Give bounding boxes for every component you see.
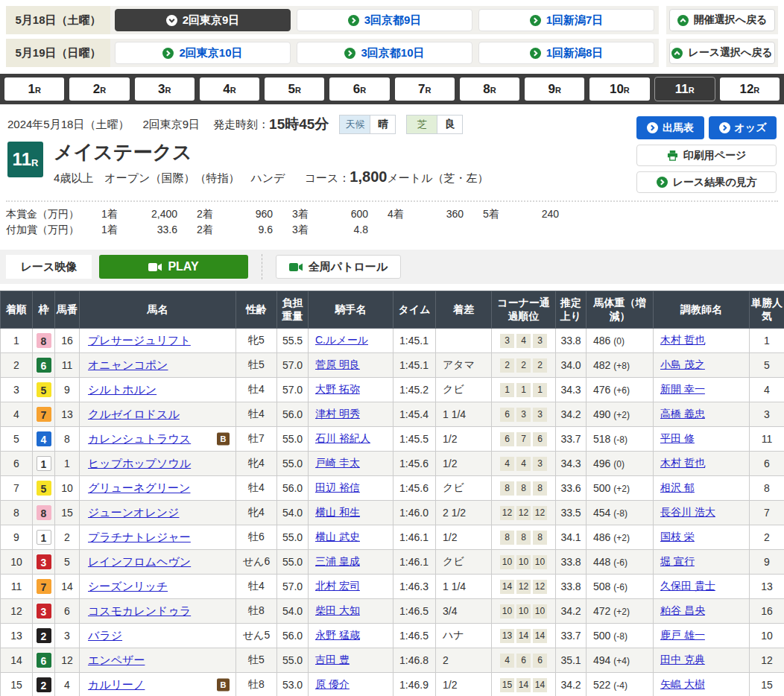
race-tab-11r[interactable]: 11R (655, 77, 715, 101)
horse-weight-cell: 482 (+8) (587, 353, 654, 378)
corner-position-box: 8 (533, 481, 547, 496)
jockey-link[interactable]: 戸崎 圭太 (315, 457, 360, 469)
corner-positions-cell: 141212 (492, 575, 556, 599)
meeting-button-tokyo9[interactable]: 2回東京9日 (115, 9, 291, 31)
back-to-meeting-select-button[interactable]: 開催選択へ戻る (669, 9, 775, 31)
horse-name-link[interactable]: シーズンリッチ (88, 580, 168, 592)
trainer-link[interactable]: 堀 宣行 (660, 555, 695, 567)
play-button[interactable]: PLAY (99, 255, 248, 279)
jockey-link[interactable]: 大野 拓弥 (315, 383, 360, 395)
horse-weight-diff: (+2) (613, 484, 630, 494)
back-to-race-select-button[interactable]: レース選択へ戻る (669, 42, 775, 64)
horse-name-link[interactable]: オニャンコポン (88, 358, 168, 371)
trainer-link[interactable]: 相沢 郁 (660, 481, 695, 493)
horse-name-cell: ジューンオレンジ B (80, 501, 236, 525)
meeting-button-tokyo10[interactable]: 2回東京10日 (115, 42, 291, 64)
odds-button[interactable]: オッズ (709, 116, 777, 139)
meeting-button-kyoto10[interactable]: 3回京都10日 (297, 42, 472, 64)
race-tab-3r[interactable]: 3R (135, 77, 195, 101)
race-tab-9r[interactable]: 9R (525, 77, 584, 101)
trainer-link[interactable]: 久保田 貴士 (660, 580, 715, 592)
trainer-cell: 相沢 郁 (654, 476, 750, 501)
race-tab-10r[interactable]: 10R (589, 77, 649, 101)
jockey-link[interactable]: 原 優介 (315, 678, 350, 690)
horse-name-link[interactable]: カレンシュトラウス (88, 432, 191, 445)
frame-number-badge: 6 (37, 358, 51, 373)
corner-position-box: 10 (533, 604, 547, 619)
trainer-link[interactable]: 新開 幸一 (660, 383, 705, 395)
horse-name-link[interactable]: レインフロムヘヴン (88, 555, 191, 568)
horse-weight-cell: 476 (+6) (587, 378, 654, 402)
trainer-link[interactable]: 高橋 義忠 (660, 408, 705, 420)
horse-name-link[interactable]: グリューネグリーン (88, 481, 190, 494)
arrow-right-circle-icon (719, 122, 730, 133)
jockey-link[interactable]: C.ルメール (315, 334, 368, 346)
meeting-button-kyoto9[interactable]: 3回京都9日 (297, 9, 472, 31)
jockey-link[interactable]: 菅原 明良 (315, 358, 360, 370)
results-guide-button[interactable]: レース結果の見方 (636, 171, 777, 193)
carried-weight: 55.5 (277, 329, 309, 353)
horse-name-link[interactable]: ヒップホップソウル (88, 457, 191, 469)
horse-number: 3 (55, 624, 80, 648)
horse-name-link[interactable]: コスモカレンドゥラ (88, 604, 191, 617)
horse-name-link[interactable]: エンペザー (88, 654, 145, 666)
table-row: 10 3 5 レインフロムヘヴン B せん6 55.0 三浦 皇成 1:46.1… (1, 550, 784, 575)
horse-number: 12 (55, 648, 80, 673)
meeting-button-niigata8[interactable]: 1回新潟8日 (478, 42, 654, 64)
trainer-link[interactable]: 木村 哲也 (660, 334, 705, 346)
race-video-button[interactable]: レース映像 (6, 255, 92, 279)
horse-name-link[interactable]: ジューンオレンジ (88, 506, 179, 519)
jockey-link[interactable]: 横山 和生 (315, 506, 360, 518)
play-label: PLAY (168, 260, 198, 273)
race-tab-2r[interactable]: 2R (69, 77, 129, 101)
race-tab-7r[interactable]: 7R (395, 77, 455, 101)
shutsuba-button[interactable]: 出馬表 (636, 116, 704, 139)
horse-name-link[interactable]: クルゼイロドスル (88, 408, 180, 420)
jockey-link[interactable]: 三浦 皇成 (315, 555, 360, 567)
jockey-link[interactable]: 北村 宏司 (315, 580, 360, 592)
horse-weight-diff: (+2) (613, 607, 630, 617)
corner-position-box: 3 (533, 334, 547, 348)
trainer-link[interactable]: 矢嶋 大樹 (660, 678, 705, 690)
horse-name-link[interactable]: プレサージュリフト (88, 334, 191, 347)
race-tab-5r[interactable]: 5R (265, 77, 324, 101)
race-tab-6r[interactable]: 6R (329, 77, 389, 101)
horse-name-link[interactable]: バラジ (88, 629, 122, 642)
race-tab-4r[interactable]: 4R (200, 77, 259, 101)
finish-position: 10 (1, 550, 33, 575)
prize-value: 360 (422, 208, 464, 221)
last-3f-time: 34.3 (556, 378, 587, 402)
horse-weight: 522 (593, 679, 610, 691)
horse-name-link[interactable]: シルトホルン (88, 383, 157, 396)
turf-condition-badge: 芝 良 (406, 115, 463, 134)
horse-number: 13 (55, 402, 80, 427)
horse-name-cell: エンペザー B (80, 648, 236, 673)
trainer-link[interactable]: 長谷川 浩大 (660, 506, 715, 518)
jockey-link[interactable]: 横山 武史 (315, 531, 360, 542)
trainer-link[interactable]: 粕谷 昌央 (660, 604, 705, 616)
horse-weight: 486 (593, 335, 610, 347)
trainer-link[interactable]: 鹿戸 雄一 (660, 629, 705, 641)
horse-name-link[interactable]: カルリーノ (88, 678, 145, 691)
race-tab-12r[interactable]: 12R (720, 77, 780, 101)
jockey-link[interactable]: 津村 明秀 (315, 408, 360, 420)
jockey-link[interactable]: 永野 猛蔵 (315, 629, 360, 641)
trainer-link[interactable]: 木村 哲也 (660, 457, 705, 469)
race-tab-8r[interactable]: 8R (460, 77, 519, 101)
trainer-link[interactable]: 国枝 栄 (660, 531, 695, 542)
meeting-button-niigata7[interactable]: 1回新潟7日 (478, 9, 654, 31)
horse-weight-cell: 486 (0) (587, 329, 654, 353)
jockey-link[interactable]: 田辺 裕信 (315, 481, 360, 493)
trainer-link[interactable]: 小島 茂之 (660, 358, 705, 370)
race-tab-label: 6 (353, 82, 360, 96)
race-tab-1r[interactable]: 1R (4, 77, 64, 101)
trainer-link[interactable]: 田中 克典 (660, 654, 705, 665)
print-page-button[interactable]: 印刷用ページ (636, 145, 777, 166)
jockey-link[interactable]: 吉田 豊 (315, 654, 350, 665)
jockey-link[interactable]: 柴田 大知 (315, 604, 360, 616)
horse-name-link[interactable]: プラチナトレジャー (88, 531, 191, 543)
jockey-link[interactable]: 石川 裕紀人 (315, 432, 370, 444)
patrol-video-button[interactable]: 全周パトロール (276, 255, 401, 279)
trainer-link[interactable]: 平田 修 (660, 432, 695, 444)
finish-time: 1:46.3 (393, 575, 436, 599)
